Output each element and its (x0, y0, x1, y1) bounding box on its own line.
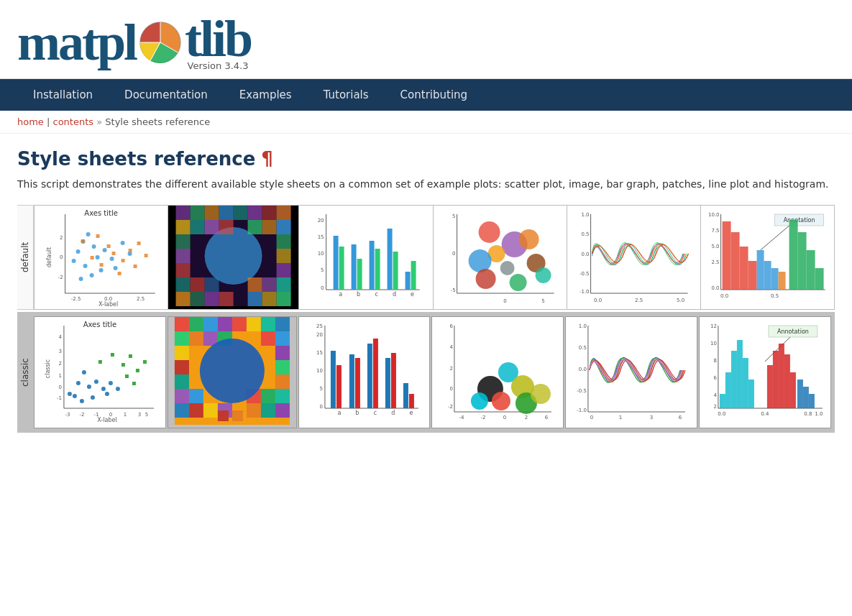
svg-rect-73 (191, 292, 205, 306)
svg-rect-75 (219, 292, 234, 306)
svg-point-175 (94, 380, 99, 384)
svg-text:-2.5: -2.5 (71, 296, 81, 302)
svg-text:2.5: 2.5 (137, 296, 145, 302)
svg-rect-194 (218, 317, 232, 331)
svg-text:7.5: 7.5 (711, 228, 719, 234)
svg-point-177 (80, 399, 84, 403)
svg-point-267 (471, 392, 488, 410)
nav-tutorials[interactable]: Tutorials (308, 79, 385, 111)
svg-text:6: 6 (714, 375, 718, 381)
svg-text:0.0: 0.0 (579, 367, 587, 372)
svg-rect-95 (370, 241, 375, 290)
svg-text:b: b (357, 291, 360, 298)
svg-text:2: 2 (714, 404, 717, 410)
svg-point-224 (200, 339, 265, 403)
svg-point-23 (103, 248, 107, 252)
svg-rect-184 (122, 363, 125, 367)
svg-rect-189 (132, 382, 136, 385)
classic-label: classic (17, 315, 33, 430)
svg-rect-225 (218, 410, 229, 421)
svg-rect-149 (806, 250, 815, 290)
svg-point-113 (500, 261, 514, 275)
svg-rect-77 (262, 292, 277, 306)
svg-rect-212 (189, 389, 203, 403)
svg-text:e: e (409, 410, 413, 416)
svg-rect-243 (355, 358, 360, 408)
svg-rect-299 (743, 358, 748, 408)
svg-text:5: 5 (321, 267, 324, 273)
svg-text:2: 2 (58, 361, 61, 367)
breadcrumb-home[interactable]: home (17, 116, 44, 127)
svg-point-21 (83, 264, 88, 268)
svg-rect-222 (261, 403, 275, 418)
svg-text:4: 4 (450, 344, 454, 350)
breadcrumb-contents[interactable]: contents (53, 116, 94, 127)
svg-text:1.0: 1.0 (579, 323, 587, 329)
svg-rect-151 (778, 272, 785, 290)
svg-text:-1.0: -1.0 (577, 408, 587, 413)
svg-text:0.8: 0.8 (804, 411, 812, 417)
svg-rect-60 (176, 234, 191, 249)
svg-rect-187 (143, 360, 147, 364)
svg-rect-247 (391, 353, 396, 408)
svg-rect-48 (219, 206, 234, 220)
svg-text:e: e (411, 291, 414, 298)
svg-text:10: 10 (710, 341, 717, 346)
svg-rect-211 (175, 389, 189, 403)
svg-point-180 (109, 381, 113, 385)
svg-rect-100 (411, 261, 416, 290)
svg-text:2: 2 (525, 415, 528, 420)
svg-text:c: c (375, 291, 378, 298)
svg-point-108 (478, 221, 500, 243)
svg-text:0: 0 (503, 415, 506, 420)
svg-text:25: 25 (316, 323, 323, 329)
svg-rect-53 (176, 220, 191, 234)
svg-text:5.0: 5.0 (677, 298, 684, 303)
nav-documentation[interactable]: Documentation (109, 79, 224, 111)
classic-scatter-plot: Axes title classic 4 3 2 1 0 -1 -3 -2 -1… (34, 316, 166, 428)
svg-text:5: 5 (541, 298, 544, 304)
default-bar-plot: 0 5 10 15 20 a b c d e (299, 205, 433, 310)
svg-rect-59 (277, 220, 291, 234)
svg-rect-308 (809, 394, 815, 408)
plots-section: default Axes title default 2 0 -2 -2.5 (17, 205, 835, 433)
svg-rect-46 (191, 206, 205, 220)
svg-rect-69 (248, 277, 262, 292)
svg-text:d: d (391, 410, 395, 416)
svg-text:c: c (373, 410, 376, 416)
svg-line-139 (760, 226, 789, 250)
svg-text:X-label: X-label (99, 301, 118, 308)
default-image-plot (168, 205, 299, 310)
nav-contributing[interactable]: Contributing (385, 79, 483, 111)
breadcrumb-arrow: » (96, 116, 105, 127)
svg-rect-195 (232, 317, 247, 331)
svg-text:-0.5: -0.5 (577, 388, 587, 394)
svg-point-176 (101, 387, 106, 391)
svg-text:20: 20 (318, 218, 324, 224)
svg-point-28 (121, 241, 125, 245)
svg-rect-145 (764, 261, 771, 290)
svg-rect-37 (122, 259, 125, 262)
svg-rect-42 (118, 272, 122, 275)
nav-examples[interactable]: Examples (224, 79, 308, 111)
svg-point-265 (492, 392, 510, 410)
svg-rect-217 (175, 403, 189, 418)
svg-rect-63 (277, 234, 291, 249)
svg-rect-296 (725, 372, 731, 408)
svg-rect-38 (129, 249, 132, 252)
svg-rect-219 (203, 403, 218, 418)
svg-text:-4: -4 (459, 415, 465, 420)
svg-rect-41 (134, 265, 137, 268)
svg-rect-218 (189, 403, 203, 418)
nav-installation[interactable]: Installation (17, 79, 109, 111)
svg-rect-303 (779, 344, 784, 408)
svg-point-181 (116, 387, 120, 391)
svg-point-117 (535, 267, 551, 283)
classic-row: classic Axes title classic 4 3 2 1 0 -1 … (17, 312, 835, 433)
svg-rect-148 (797, 232, 806, 290)
svg-rect-298 (737, 340, 743, 408)
svg-rect-248 (403, 383, 408, 408)
classic-histogram-plot: 12 10 8 6 4 2 0.0 0.4 0.8 1.0 Annotation (699, 316, 831, 428)
svg-rect-64 (277, 249, 291, 263)
svg-rect-188 (125, 374, 129, 378)
